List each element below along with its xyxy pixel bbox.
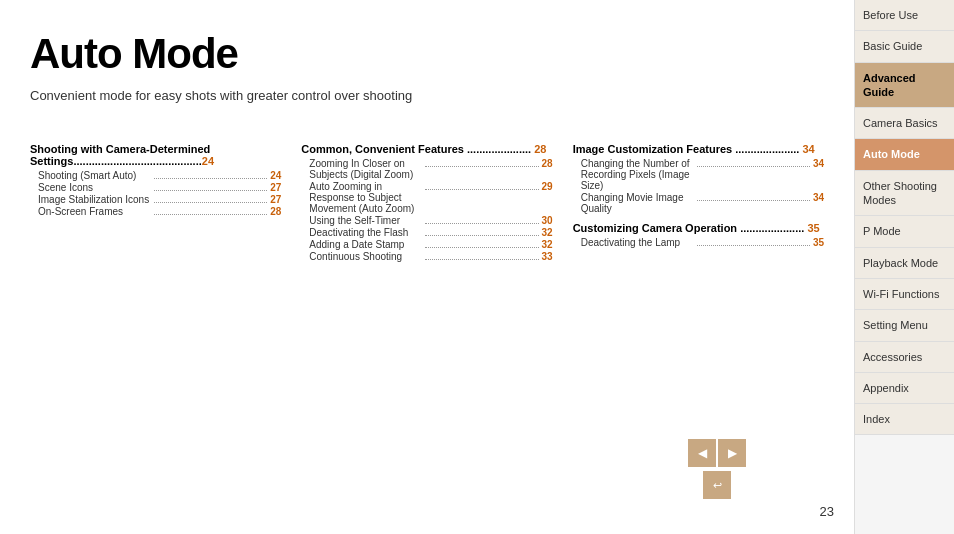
list-item: On-Screen Frames28 (30, 206, 281, 217)
bottom-navigation: ◀ ▶ ↩ (688, 439, 746, 499)
sidebar-item-wifi-functions[interactable]: Wi-Fi Functions (855, 279, 954, 310)
list-item: Auto Zooming in Response to Subject Move… (301, 181, 552, 214)
list-item: Image Stabilization Icons27 (30, 194, 281, 205)
sidebar-item-p-mode[interactable]: P Mode (855, 216, 954, 247)
toc-column-2: Common, Convenient Features ............… (301, 143, 552, 263)
sidebar-item-auto-mode[interactable]: Auto Mode (855, 139, 954, 170)
list-item: Deactivating the Flash32 (301, 227, 552, 238)
sidebar-item-playback-mode[interactable]: Playback Mode (855, 248, 954, 279)
sidebar-item-before-use[interactable]: Before Use (855, 0, 954, 31)
sidebar: Before Use Basic Guide Advanced Guide Ca… (854, 0, 954, 534)
list-item: Changing the Number of Recording Pixels … (573, 158, 824, 191)
page-number: 23 (820, 504, 834, 519)
nav-row: ◀ ▶ (688, 439, 746, 467)
toc-grid: Shooting with Camera-Determined Settings… (30, 143, 824, 263)
page-subtitle: Convenient mode for easy shots with grea… (30, 88, 824, 103)
sidebar-item-index[interactable]: Index (855, 404, 954, 435)
sidebar-item-basic-guide[interactable]: Basic Guide (855, 31, 954, 62)
prev-button[interactable]: ◀ (688, 439, 716, 467)
toc-section-title-2: Common, Convenient Features ............… (301, 143, 552, 155)
toc-column-1: Shooting with Camera-Determined Settings… (30, 143, 281, 263)
list-item: Scene Icons27 (30, 182, 281, 193)
list-item: Adding a Date Stamp32 (301, 239, 552, 250)
sidebar-item-camera-basics[interactable]: Camera Basics (855, 108, 954, 139)
toc-section-title-4: Customizing Camera Operation ...........… (573, 222, 824, 234)
main-content: Auto Mode Convenient mode for easy shots… (0, 0, 854, 534)
sidebar-item-appendix[interactable]: Appendix (855, 373, 954, 404)
toc-column-3: Image Customization Features ...........… (573, 143, 824, 263)
list-item: Deactivating the Lamp35 (573, 237, 824, 248)
list-item: Changing Movie Image Quality34 (573, 192, 824, 214)
list-item: Using the Self-Timer30 (301, 215, 552, 226)
list-item: Shooting (Smart Auto)24 (30, 170, 281, 181)
sidebar-item-setting-menu[interactable]: Setting Menu (855, 310, 954, 341)
sidebar-item-accessories[interactable]: Accessories (855, 342, 954, 373)
next-button[interactable]: ▶ (718, 439, 746, 467)
list-item: Zooming In Closer on Subjects (Digital Z… (301, 158, 552, 180)
sidebar-item-other-shooting[interactable]: Other Shooting Modes (855, 171, 954, 217)
list-item: Continuous Shooting33 (301, 251, 552, 262)
sidebar-item-advanced-guide[interactable]: Advanced Guide (855, 63, 954, 109)
toc-section-title-3: Image Customization Features ...........… (573, 143, 824, 155)
page-title: Auto Mode (30, 30, 824, 78)
toc-section-title-1: Shooting with Camera-Determined Settings… (30, 143, 281, 167)
home-button[interactable]: ↩ (703, 471, 731, 499)
